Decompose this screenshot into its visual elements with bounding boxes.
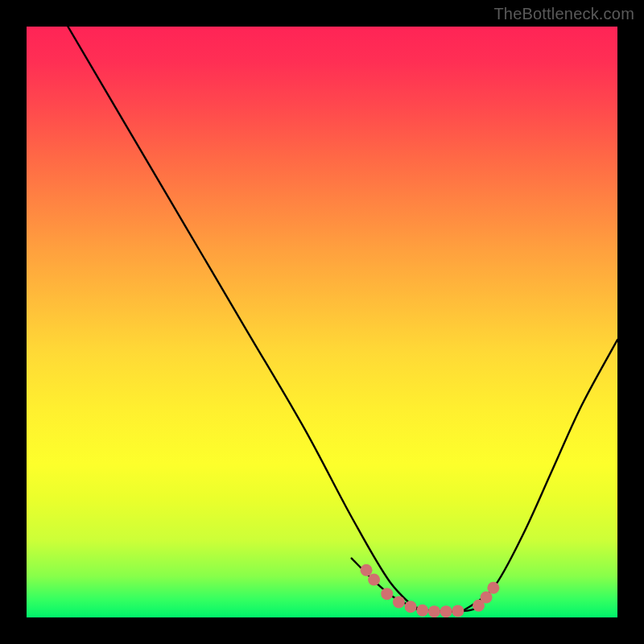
series-right-branch [464, 340, 617, 610]
valley-marker [405, 601, 417, 613]
valley-marker [416, 605, 428, 617]
valley-marker [452, 605, 464, 617]
valley-marker [368, 574, 380, 586]
watermark: TheBottleneck.com [493, 5, 634, 23]
valley-marker [393, 596, 405, 608]
valley-marker [361, 564, 373, 576]
series-valley [352, 559, 481, 612]
curve-svg [27, 27, 617, 617]
valley-marker [381, 588, 393, 600]
valley-marker [428, 605, 440, 617]
series-left-branch [68, 27, 422, 614]
plot-area [27, 27, 617, 617]
valley-marker [487, 582, 499, 594]
chart-root: TheBottleneck.com [0, 0, 644, 644]
valley-marker [440, 605, 452, 617]
